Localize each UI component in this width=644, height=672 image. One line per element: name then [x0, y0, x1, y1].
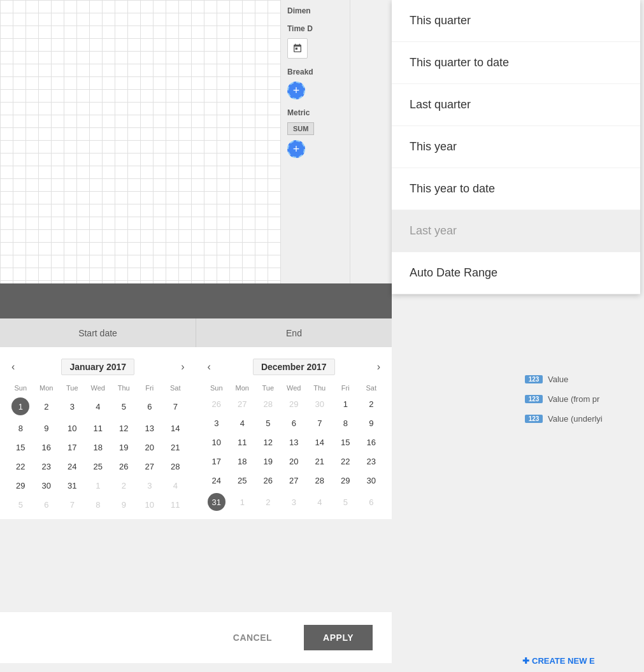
- create-new-button[interactable]: ✚ CREATE NEW E: [522, 656, 595, 666]
- calendar-day[interactable]: 21: [162, 438, 189, 457]
- calendar-day[interactable]: 26: [204, 394, 230, 413]
- calendar-day[interactable]: 23: [34, 457, 60, 476]
- calendar-day[interactable]: 13: [137, 418, 163, 438]
- calendar-day[interactable]: 28: [255, 394, 282, 413]
- calendar-day[interactable]: 1: [229, 490, 255, 514]
- calendar-icon-button[interactable]: [287, 38, 308, 59]
- calendar-day[interactable]: 1: [333, 394, 359, 413]
- calendar-day[interactable]: 13: [281, 433, 307, 452]
- calendar-day[interactable]: 31: [59, 476, 85, 495]
- calendar-day[interactable]: 29: [281, 394, 307, 413]
- calendar-day[interactable]: 2: [34, 394, 60, 418]
- calendar-day[interactable]: 14: [162, 418, 189, 438]
- calendar-day[interactable]: 31: [204, 490, 230, 514]
- calendar-day[interactable]: 7: [59, 495, 85, 514]
- dropdown-item[interactable]: Last year: [392, 210, 640, 252]
- calendar-day[interactable]: 16: [359, 433, 385, 452]
- dropdown-item[interactable]: Last quarter: [392, 84, 640, 126]
- calendar-day[interactable]: 27: [229, 394, 255, 413]
- right-calendar-prev[interactable]: ‹: [204, 360, 215, 374]
- calendar-day[interactable]: 5: [111, 394, 137, 418]
- calendar-day[interactable]: 11: [229, 433, 255, 452]
- calendar-day[interactable]: 5: [8, 495, 34, 514]
- calendar-day[interactable]: 9: [359, 413, 385, 433]
- calendar-day[interactable]: 9: [111, 495, 137, 514]
- calendar-day[interactable]: 4: [162, 476, 189, 495]
- calendar-day[interactable]: 11: [162, 495, 189, 514]
- calendar-day[interactable]: 6: [359, 490, 385, 514]
- apply-button[interactable]: APPLY: [304, 625, 373, 650]
- calendar-day[interactable]: 4: [307, 490, 333, 514]
- calendar-day[interactable]: 2: [359, 394, 385, 413]
- calendar-day[interactable]: 7: [162, 394, 189, 418]
- calendar-day[interactable]: 15: [8, 438, 34, 457]
- calendar-day[interactable]: 15: [333, 433, 359, 452]
- dropdown-item[interactable]: This quarter to date: [392, 42, 640, 84]
- calendar-day[interactable]: 1: [85, 476, 111, 495]
- calendar-day[interactable]: 5: [333, 490, 359, 514]
- calendar-day[interactable]: 3: [137, 476, 163, 495]
- calendar-day[interactable]: 28: [307, 471, 333, 490]
- calendar-day[interactable]: 3: [281, 490, 307, 514]
- calendar-day[interactable]: 2: [255, 490, 282, 514]
- calendar-day[interactable]: 14: [307, 433, 333, 452]
- calendar-day[interactable]: 8: [333, 413, 359, 433]
- calendar-day[interactable]: 3: [204, 413, 230, 433]
- calendar-day[interactable]: 23: [359, 452, 385, 471]
- calendar-day[interactable]: 8: [85, 495, 111, 514]
- breakdown-add-button[interactable]: +: [287, 82, 305, 99]
- calendar-day[interactable]: 18: [85, 438, 111, 457]
- calendar-day[interactable]: 6: [281, 413, 307, 433]
- cancel-button[interactable]: CANCEL: [214, 625, 291, 650]
- calendar-day[interactable]: 2: [111, 476, 137, 495]
- calendar-day[interactable]: 25: [229, 471, 255, 490]
- calendar-day[interactable]: 27: [281, 471, 307, 490]
- calendar-day[interactable]: 10: [59, 418, 85, 438]
- left-calendar-prev[interactable]: ‹: [8, 360, 18, 374]
- calendar-day[interactable]: 30: [307, 394, 333, 413]
- calendar-day[interactable]: 17: [59, 438, 85, 457]
- calendar-day[interactable]: 10: [204, 433, 230, 452]
- dropdown-item[interactable]: Auto Date Range: [392, 252, 640, 294]
- calendar-day[interactable]: 24: [204, 471, 230, 490]
- calendar-day[interactable]: 21: [307, 452, 333, 471]
- calendar-day[interactable]: 18: [229, 452, 255, 471]
- calendar-day[interactable]: 19: [255, 452, 282, 471]
- calendar-day[interactable]: 4: [85, 394, 111, 418]
- calendar-day[interactable]: 29: [333, 471, 359, 490]
- calendar-day[interactable]: 19: [111, 438, 137, 457]
- calendar-day[interactable]: 24: [59, 457, 85, 476]
- dropdown-item[interactable]: This year to date: [392, 168, 640, 210]
- calendar-day[interactable]: 12: [111, 418, 137, 438]
- metric-add-button[interactable]: +: [287, 140, 305, 158]
- calendar-day[interactable]: 26: [255, 471, 282, 490]
- calendar-day[interactable]: 20: [137, 438, 163, 457]
- calendar-day[interactable]: 27: [137, 457, 163, 476]
- calendar-day[interactable]: 8: [8, 418, 34, 438]
- calendar-day[interactable]: 22: [8, 457, 34, 476]
- calendar-day[interactable]: 20: [281, 452, 307, 471]
- calendar-day[interactable]: 26: [111, 457, 137, 476]
- calendar-day[interactable]: 9: [34, 418, 60, 438]
- left-calendar-next[interactable]: ›: [177, 360, 188, 374]
- calendar-day[interactable]: 22: [333, 452, 359, 471]
- calendar-day[interactable]: 6: [34, 495, 60, 514]
- dropdown-item[interactable]: This year: [392, 126, 640, 168]
- calendar-day[interactable]: 17: [204, 452, 230, 471]
- calendar-day[interactable]: 25: [85, 457, 111, 476]
- right-calendar-next[interactable]: ›: [373, 360, 384, 374]
- calendar-day[interactable]: 29: [8, 476, 34, 495]
- calendar-day[interactable]: 30: [34, 476, 60, 495]
- calendar-day[interactable]: 28: [162, 457, 189, 476]
- calendar-day[interactable]: 30: [359, 471, 385, 490]
- calendar-day[interactable]: 4: [229, 413, 255, 433]
- calendar-day[interactable]: 7: [307, 413, 333, 433]
- calendar-day[interactable]: 6: [137, 394, 163, 418]
- calendar-day[interactable]: 1: [8, 394, 34, 418]
- calendar-day[interactable]: 12: [255, 433, 282, 452]
- calendar-day[interactable]: 10: [137, 495, 163, 514]
- calendar-day[interactable]: 11: [85, 418, 111, 438]
- calendar-day[interactable]: 16: [34, 438, 60, 457]
- calendar-day[interactable]: 3: [59, 394, 85, 418]
- dropdown-item[interactable]: This quarter: [392, 0, 640, 42]
